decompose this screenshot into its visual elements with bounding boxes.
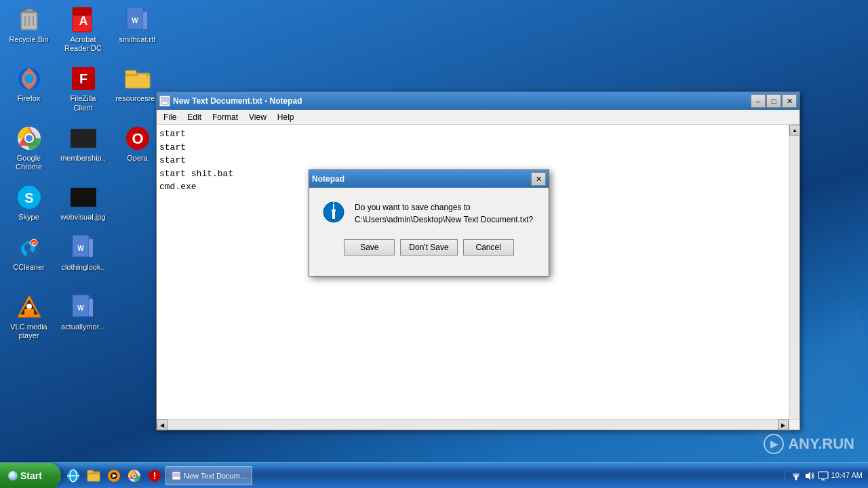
svg-rect-47 (89, 299, 93, 317)
svg-rect-39 (89, 239, 93, 257)
svg-rect-78 (818, 472, 828, 479)
notepad-line-3: start (159, 154, 786, 167)
notepad-close-button[interactable]: ✕ (782, 94, 797, 108)
taskbar-notepad-button[interactable]: New Text Docum... (165, 466, 252, 485)
notepad-horizontal-scrollbar[interactable]: ◀ ▶ (157, 419, 800, 430)
notepad-save-dialog: Notepad ✕ i Do you want to save changes … (309, 169, 549, 277)
dialog-close-button[interactable]: ✕ (531, 172, 546, 186)
notepad-line-2: start (159, 141, 786, 155)
scroll-up-arrow[interactable]: ▲ (789, 125, 800, 136)
svg-text:A: A (79, 14, 87, 28)
skype-icon: S (16, 184, 43, 211)
webvisual-icon (70, 184, 97, 211)
svg-marker-77 (806, 472, 810, 480)
desktop-icon-vlc[interactable]: VLC media player (3, 291, 54, 343)
svg-rect-33 (71, 188, 96, 207)
desktop-icon-membership[interactable]: membership... (58, 122, 108, 174)
scroll-left-arrow[interactable]: ◀ (157, 420, 167, 430)
desktop-icon-ccleaner[interactable]: C CCleaner (3, 231, 54, 283)
dialog-dont-save-button[interactable]: Don't Save (400, 239, 457, 256)
taskbar-alert-icon[interactable]: ! (145, 466, 164, 485)
svg-point-34 (18, 236, 41, 259)
svg-rect-43 (24, 309, 34, 314)
svg-marker-38 (89, 235, 93, 239)
svg-rect-55 (332, 211, 335, 219)
desktop-icon-firefox[interactable]: Firefox (3, 62, 54, 115)
svg-rect-22 (125, 70, 136, 75)
svg-point-76 (795, 478, 797, 480)
svg-rect-72 (172, 472, 180, 480)
svg-point-44 (26, 304, 32, 309)
desktop-icon-chrome[interactable]: Google Chrome (3, 122, 54, 174)
desktop-icon-smithcat[interactable]: W smithcat.rtf (112, 3, 163, 56)
notepad-maximize-button[interactable]: □ (766, 94, 781, 108)
svg-rect-12 (143, 12, 147, 29)
anyrun-watermark: ▶ ANY.RUN (764, 434, 854, 454)
menu-file[interactable]: File (158, 111, 182, 123)
notepad-window-controls: – □ ✕ (751, 94, 797, 108)
desktop-icon-acrobat[interactable]: A Acrobat Reader DC (58, 3, 108, 56)
dialog-warning-icon: i (323, 201, 344, 226)
taskbar-wmp-icon[interactable] (104, 466, 123, 485)
notepad-title-left: New Text Document.txt - Notepad (159, 96, 302, 106)
menu-help[interactable]: Help (272, 111, 300, 123)
desktop-icon-skype[interactable]: S Skype (3, 181, 54, 224)
svg-text:O: O (132, 130, 143, 147)
desktop-icon-clothinglook[interactable]: W clothinglook... (58, 231, 108, 283)
dialog-message-text: Do you want to save changes to C:\Users\… (355, 201, 533, 226)
svg-rect-28 (71, 129, 96, 148)
taskbar-ie-icon[interactable] (64, 466, 83, 485)
menu-edit[interactable]: Edit (182, 111, 207, 123)
desktop-icon-webvisual[interactable]: webvisual.jpg (58, 181, 108, 224)
taskbar-programs: ! New Text Docum... (61, 463, 779, 488)
firefox-icon (16, 65, 43, 92)
svg-text:W: W (77, 304, 84, 312)
svg-rect-9 (73, 7, 92, 16)
systray-monitor-icon[interactable] (818, 470, 829, 481)
opera-icon: O (124, 125, 151, 152)
dialog-title-text: Notepad (312, 174, 344, 184)
desktop-icon-recycle-bin[interactable]: Recycle Bin (3, 3, 54, 56)
webvisual-label: webvisual.jpg (60, 213, 105, 222)
resources-icon (124, 65, 151, 92)
notepad-titlebar[interactable]: New Text Document.txt - Notepad – □ ✕ (157, 92, 800, 110)
filezilla-icon: F (70, 65, 97, 92)
dialog-titlebar[interactable]: Notepad ✕ (309, 170, 549, 188)
systray-network-icon[interactable] (791, 470, 802, 481)
dialog-message-line1: Do you want to save changes to (355, 201, 533, 214)
ccleaner-label: CCleaner (13, 263, 44, 272)
notepad-minimize-button[interactable]: – (751, 94, 766, 108)
opera-label: Opera (127, 154, 148, 163)
dialog-save-button[interactable]: Save (344, 239, 395, 256)
desktop-icon-resources[interactable]: resourcesre... (112, 62, 163, 115)
dialog-message-line2: C:\Users\admin\Desktop\New Text Document… (355, 214, 533, 226)
acrobat-label: Acrobat Reader DC (60, 35, 106, 53)
svg-rect-6 (26, 9, 33, 12)
menu-format[interactable]: Format (207, 111, 243, 123)
start-button[interactable]: Start (0, 463, 61, 489)
svg-text:!: ! (153, 470, 157, 481)
menu-view[interactable]: View (243, 111, 272, 123)
svg-rect-62 (87, 470, 93, 473)
smithcat-label: smithcat.rtf (119, 35, 156, 44)
desktop-decoration (732, 259, 868, 462)
desktop-icon-actuallymore[interactable]: W actuallymor... (58, 291, 108, 343)
svg-marker-46 (89, 295, 93, 299)
dialog-cancel-button[interactable]: Cancel (463, 239, 514, 256)
h-scroll-track (167, 420, 778, 430)
desktop-icon-opera[interactable]: O Opera (112, 122, 163, 174)
svg-rect-23 (138, 75, 146, 76)
smithcat-icon: W (124, 6, 151, 33)
taskbar-chrome-icon[interactable] (125, 466, 144, 485)
dialog-icon-row: i Do you want to save changes to C:\User… (323, 201, 535, 226)
taskbar-notepad-label: New Text Docum... (184, 472, 246, 480)
svg-text:W: W (132, 17, 138, 24)
taskbar-explorer-icon[interactable] (84, 466, 103, 485)
acrobat-icon: A (70, 6, 97, 33)
desktop-icon-filezilla[interactable]: F FileZilla Client (58, 62, 108, 115)
notepad-app-icon (159, 96, 170, 106)
notepad-menubar: File Edit Format View Help (157, 110, 800, 125)
systray-volume-icon[interactable] (804, 470, 815, 481)
system-clock[interactable]: 10:47 AM (831, 470, 863, 481)
chrome-icon (16, 125, 43, 152)
